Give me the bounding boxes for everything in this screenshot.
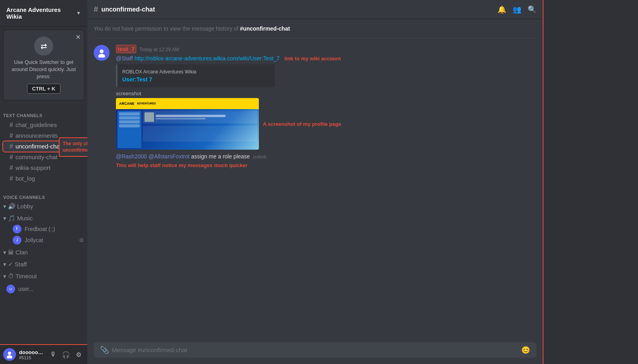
- message-input-area: 📎 😊: [87, 339, 543, 364]
- voice-channel-timeout-header[interactable]: ▾ ⏱ Timeout: [0, 271, 87, 281]
- voice-user-jollycat[interactable]: J Jollycat ⚙: [0, 235, 87, 246]
- channel-item-community-chat[interactable]: # community-chat: [3, 152, 84, 162]
- emoji-icon[interactable]: 😊: [521, 346, 530, 354]
- clan-icon: 🏛: [8, 249, 14, 256]
- message-line3: This will help staff notice my messages …: [116, 162, 536, 169]
- channel-header-name: unconfirmed-chat: [101, 6, 155, 13]
- edited-tag: (edited): [253, 155, 266, 159]
- hash-icon: #: [10, 121, 13, 129]
- voice-channel-music-label: Music: [17, 215, 33, 221]
- staff-mention[interactable]: @Staff: [116, 55, 133, 62]
- partial-voice-user: U user...: [0, 283, 87, 295]
- settings-button[interactable]: ⚙: [73, 349, 84, 360]
- channel-item-wikia-support[interactable]: # wikia-support: [3, 163, 84, 173]
- voice-channel-clan-header[interactable]: ▾ 🏛 Clan: [0, 247, 87, 258]
- voice-channel-music-header[interactable]: ▾ 🎵 Music: [0, 213, 87, 223]
- message-input-wrapper: 📎 😊: [94, 342, 536, 358]
- chevron-down-icon: ▼: [76, 10, 81, 16]
- message-header: test_7 Today at 12:29 AM: [116, 45, 536, 53]
- screenshot-image: ARCANE ADVENTURES: [116, 98, 259, 150]
- message-username: test_7: [116, 45, 136, 53]
- user-discriminator: #5115: [19, 355, 44, 360]
- wiki-link[interactable]: http://roblox-arcane-adventures.wikia.co…: [135, 55, 280, 62]
- rash2000-mention[interactable]: @Rash2000: [116, 153, 147, 160]
- voice-channel-clan-label: Clan: [15, 249, 28, 256]
- screenshot-label: screenshot: [116, 91, 536, 96]
- channel-item-chat-guidelines[interactable]: # chat_guidelines: [3, 120, 84, 130]
- server-name: Arcane Adventures Wikia: [6, 6, 76, 20]
- bell-icon[interactable]: 🔔: [497, 5, 506, 14]
- user-panel: dooooooo.... #5115 🎙 🎧 ⚙: [0, 345, 87, 364]
- channel-item-announcements[interactable]: # announcements: [3, 131, 84, 141]
- screenshot-annotation: A screenshot of my profile page: [263, 121, 341, 127]
- mic-button[interactable]: 🎙: [48, 349, 59, 360]
- quick-switcher-icon: ⇄: [34, 37, 53, 56]
- embed-provider: ROBLOX Arcane Adventures Wikia: [122, 69, 270, 75]
- sp-topbar: ARCANE ADVENTURES: [116, 98, 259, 109]
- members-icon[interactable]: 👥: [513, 5, 521, 14]
- sp-profile-section: [143, 111, 257, 123]
- sp-content-block: [143, 126, 257, 142]
- allstarsfoxtrot-mention[interactable]: @AllstarsFoxtrot: [148, 153, 190, 160]
- embed-title[interactable]: User:Test 7: [122, 76, 270, 83]
- avatar: [3, 348, 16, 361]
- sp-avatar: [145, 112, 154, 122]
- messages-area: You do not have permission to view the m…: [87, 19, 543, 339]
- quick-switcher-shortcut: CTRL + K: [27, 84, 61, 94]
- channel-item-bot-log[interactable]: # bot_log: [3, 173, 84, 184]
- voice-channel-lobby: ▾ 🔊 Lobby: [0, 201, 87, 212]
- avatar: F: [13, 225, 21, 233]
- user-actions: 🎙 🎧 ⚙: [48, 349, 84, 360]
- sp-main-content: [143, 111, 257, 148]
- voice-channel-staff-label: Staff: [15, 261, 27, 268]
- voice-channel-lobby-header[interactable]: ▾ 🔊 Lobby: [0, 201, 87, 212]
- voice-channel-timeout-label: Timeout: [15, 273, 37, 279]
- text-channels-category: TEXT CHANNELS: [0, 107, 87, 119]
- voice-channel-lobby-label: Lobby: [17, 203, 33, 210]
- sp-body: [116, 109, 259, 150]
- permission-notice: You do not have permission to view the m…: [94, 25, 536, 39]
- message-group: test_7 Today at 12:29 AM @Staff http://r…: [94, 45, 536, 171]
- svg-point-3: [98, 54, 105, 58]
- voice-channel-staff-header[interactable]: ▾ ✓ Staff: [0, 259, 87, 270]
- voice-channel-music: ▾ 🎵 Music F Fredboat (:;) J Jollycat ⚙: [0, 213, 87, 246]
- username: dooooooo....: [19, 349, 44, 355]
- right-sidebar: [543, 0, 638, 364]
- permission-notice-text: You do not have permission to view the m…: [94, 25, 240, 32]
- avatar: J: [13, 236, 21, 245]
- staff-notice-annotation: This will help staff notice my messages …: [116, 162, 248, 168]
- hash-icon: #: [10, 154, 13, 161]
- link-annotation: link to my wiki account: [284, 56, 341, 62]
- music-icon: 🎵: [8, 215, 15, 222]
- message-line1: @Staff http://roblox-arcane-adventures.w…: [116, 55, 536, 63]
- chevron-down-icon: ▾: [3, 273, 6, 280]
- avatar: U: [6, 285, 15, 293]
- settings-icon[interactable]: ⚙: [79, 237, 84, 243]
- user-info: dooooooo.... #5115: [19, 349, 44, 360]
- svg-point-1: [7, 355, 12, 358]
- server-header[interactable]: Arcane Adventures Wikia ▼: [0, 0, 87, 27]
- channel-item-unconfirmed-chat[interactable]: # unconfirmed-chat The only channel in w…: [3, 141, 84, 152]
- svg-point-2: [100, 50, 104, 54]
- permission-channel-name: #unconfirmed-chat: [240, 25, 290, 32]
- message-timestamp: Today at 12:29 AM: [139, 47, 179, 52]
- voice-channels-category: VOICE CHANNELS: [0, 189, 87, 201]
- hash-icon: #: [10, 175, 13, 182]
- headset-button[interactable]: 🎧: [60, 349, 71, 360]
- main-content: # unconfirmed-chat 🔔 👥 🔍 You do not have…: [87, 0, 543, 364]
- right-annotation-border: [543, 0, 638, 364]
- search-icon[interactable]: 🔍: [528, 5, 536, 14]
- attach-icon[interactable]: 📎: [100, 346, 109, 354]
- voice-user-fredboat[interactable]: F Fredboat (:;): [0, 223, 87, 235]
- channel-header: # unconfirmed-chat 🔔 👥 🔍: [87, 0, 543, 19]
- hash-icon: #: [10, 164, 13, 171]
- screenshot-wrapper: ARCANE ADVENTURES: [116, 98, 259, 150]
- close-icon[interactable]: ✕: [75, 33, 81, 41]
- channel-sidebar: Arcane Adventures Wikia ▼ ✕ ⇄ Use Quick …: [0, 0, 87, 364]
- hash-icon: #: [10, 143, 13, 150]
- speaker-icon: 🔊: [8, 203, 15, 210]
- svg-point-0: [8, 352, 11, 355]
- hash-icon: #: [10, 132, 13, 139]
- message-input[interactable]: [112, 342, 518, 358]
- quick-switcher-popup: ✕ ⇄ Use Quick Switcher to get around Dis…: [3, 30, 84, 100]
